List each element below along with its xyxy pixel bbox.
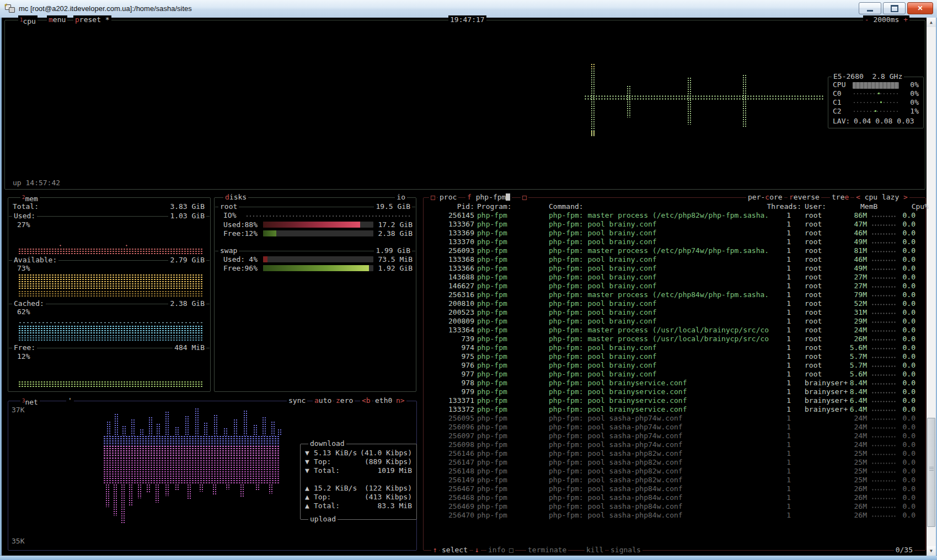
maximize-button[interactable] xyxy=(883,2,906,14)
program-cell: php-fpm xyxy=(477,264,507,273)
core2-graph xyxy=(853,110,899,112)
pid-cell: 133372 xyxy=(428,405,474,414)
per-core-toggle[interactable]: per-core xyxy=(746,193,784,202)
download-total-label: Total: xyxy=(314,466,340,475)
proc-row[interactable]: 256149php-fpmphp-fpm: pool sasha-php82w.… xyxy=(428,476,921,484)
proc-row[interactable]: 133370php-fpmphp-fpm: pool brainy.conf1r… xyxy=(428,238,921,246)
command-cell: php-fpm: pool brainy.conf xyxy=(549,299,657,308)
proc-row[interactable]: 133366php-fpmphp-fpm: pool brainy.conf1r… xyxy=(428,264,921,273)
col-user[interactable]: User: xyxy=(805,202,826,211)
core-label: C1 xyxy=(833,98,842,107)
mem-cell: 27M xyxy=(836,282,867,290)
col-mem[interactable]: MemB xyxy=(860,202,877,211)
scrollbar-grip xyxy=(929,467,934,471)
proc-row[interactable]: 256093php-fpmphp-fpm: master process (/e… xyxy=(428,246,921,255)
proc-row[interactable]: 979php-fpmphp-fpm: pool brainyservice.co… xyxy=(428,387,921,396)
proc-row[interactable]: 975php-fpmphp-fpm: pool brainy.conf1root… xyxy=(428,352,921,361)
col-command[interactable]: Command: xyxy=(549,202,583,211)
user-cell: root xyxy=(805,255,822,264)
proc-row[interactable]: 256467php-fpmphp-fpm: pool sasha-php84w.… xyxy=(428,484,921,493)
program-cell: php-fpm xyxy=(477,379,507,387)
filter-clear-button[interactable]: □ xyxy=(521,193,528,202)
select-button[interactable]: select xyxy=(440,546,469,554)
window-frame-bottom xyxy=(0,555,937,560)
download-top-value: (889 Kibps) xyxy=(365,457,412,466)
net-upload-column xyxy=(113,484,117,516)
scrollbar-up-icon[interactable]: ▲ xyxy=(927,18,936,27)
info-button[interactable]: info xyxy=(486,546,507,554)
col-cpu[interactable]: Cpu% xyxy=(893,202,929,211)
col-program[interactable]: Program: xyxy=(477,202,512,211)
net-upload-column xyxy=(146,484,150,493)
proc-row[interactable]: 256148php-fpmphp-fpm: pool sasha-php82w.… xyxy=(428,467,921,476)
proc-row[interactable]: 256468php-fpmphp-fpm: pool sasha-php84w.… xyxy=(428,493,921,502)
cpu-cell: 0.0 xyxy=(880,211,915,220)
threads-cell: 1 xyxy=(770,493,791,502)
cpu-total-value: 0% xyxy=(910,80,919,89)
kill-button[interactable]: kill xyxy=(585,546,605,554)
pid-cell: 256093 xyxy=(428,246,474,255)
col-pid[interactable]: Pid: xyxy=(428,202,474,211)
select-down-icon[interactable]: ↓ xyxy=(473,546,481,554)
proc-row[interactable]: 256145php-fpmphp-fpm: master process (/e… xyxy=(428,211,921,220)
proc-row[interactable]: 146627php-fpmphp-fpm: pool brainy.conf1r… xyxy=(428,282,921,290)
proc-row[interactable]: 976php-fpmphp-fpm: pool brainy.conf1root… xyxy=(428,361,921,370)
proc-row[interactable]: 256146php-fpmphp-fpm: pool sasha-php82w.… xyxy=(428,449,921,458)
filter-input[interactable]: f php-fpm xyxy=(465,193,512,202)
proc-row[interactable]: 256470php-fpmphp-fpm: pool sasha-php84w.… xyxy=(428,511,921,520)
threads-cell: 1 xyxy=(770,238,791,246)
download-speed-bits: (41.0 Kibps) xyxy=(360,449,412,457)
upload-arrow-icon: ▲ xyxy=(305,484,309,493)
program-cell: php-fpm xyxy=(477,511,507,520)
proc-row[interactable]: 977php-fpmphp-fpm: pool brainy.conf1root… xyxy=(428,370,921,379)
scrollbar-thumb[interactable] xyxy=(927,418,935,527)
terminal-scrollbar[interactable]: ▲ ▼ xyxy=(926,18,936,556)
disk-swap-free-meter xyxy=(263,265,373,271)
proc-row[interactable]: 256097php-fpmphp-fpm: pool sasha-php74w.… xyxy=(428,432,921,440)
proc-row[interactable]: 256095php-fpmphp-fpm: pool sasha-php74w.… xyxy=(428,414,921,423)
proc-row[interactable]: 256096php-fpmphp-fpm: pool sasha-php74w.… xyxy=(428,423,921,432)
proc-row[interactable]: 133364php-fpmphp-fpm: master process (/u… xyxy=(428,326,921,335)
net-download-column xyxy=(253,424,257,435)
proc-row[interactable]: 133372php-fpmphp-fpm: pool brainyservice… xyxy=(428,405,921,414)
pid-cell: 133370 xyxy=(428,238,474,246)
user-cell: root xyxy=(805,326,822,335)
proc-collapse-button[interactable]: □ xyxy=(429,193,437,202)
minimize-button[interactable] xyxy=(859,2,881,14)
reverse-toggle[interactable]: reverse xyxy=(788,193,821,202)
net-download-column xyxy=(175,427,179,435)
io-toggle-button[interactable]: io xyxy=(395,193,407,202)
close-button[interactable]: ✕ xyxy=(907,2,933,14)
disks-panel-title: disks xyxy=(223,193,248,202)
proc-row[interactable]: 974php-fpmphp-fpm: pool brainy.conf1root… xyxy=(428,343,921,352)
proc-row[interactable]: 256316php-fpmphp-fpm: master process (/e… xyxy=(428,290,921,299)
mem-free-graph xyxy=(18,381,202,387)
proc-row[interactable]: 256469php-fpmphp-fpm: pool sasha-php84w.… xyxy=(428,502,921,511)
signals-button[interactable]: signals xyxy=(609,546,642,554)
proc-row[interactable]: 200810php-fpmphp-fpm: pool brainy.conf1r… xyxy=(428,299,921,308)
tree-toggle[interactable]: tree xyxy=(830,193,850,202)
proc-row[interactable]: 200809php-fpmphp-fpm: pool brainy.conf1r… xyxy=(428,317,921,326)
col-threads[interactable]: Threads: xyxy=(750,202,801,211)
proc-row[interactable]: 739php-fpmphp-fpm: master process (/usr/… xyxy=(428,335,921,343)
close-icon: ✕ xyxy=(917,4,923,12)
proc-row[interactable]: 133369php-fpmphp-fpm: pool brainy.conf1r… xyxy=(428,229,921,238)
terminate-button[interactable]: terminate xyxy=(526,546,568,554)
program-cell: php-fpm xyxy=(477,282,507,290)
select-up-icon[interactable]: ↑ xyxy=(431,546,439,554)
sort-column-selector[interactable]: < cpu lazy > xyxy=(854,193,909,202)
download-title: download xyxy=(308,439,346,448)
process-panel-title: proc xyxy=(438,193,458,202)
scrollbar-down-icon[interactable]: ▼ xyxy=(927,546,936,556)
terminal: 1cpu menu preset * 19:47:17 - 2000ms + E… xyxy=(2,18,927,556)
proc-row[interactable]: 978php-fpmphp-fpm: pool brainyservice.co… xyxy=(428,379,921,387)
proc-row[interactable]: 256147php-fpmphp-fpm: pool sasha-php82w.… xyxy=(428,458,921,467)
threads-cell: 1 xyxy=(770,387,791,396)
proc-row[interactable]: 133368php-fpmphp-fpm: pool brainy.conf1r… xyxy=(428,255,921,264)
proc-row[interactable]: 200523php-fpmphp-fpm: pool brainy.conf1r… xyxy=(428,308,921,317)
proc-row[interactable]: 143688php-fpmphp-fpm: pool brainy.conf1r… xyxy=(428,273,921,282)
proc-row[interactable]: 133367php-fpmphp-fpm: pool brainy.conf1r… xyxy=(428,220,921,229)
user-cell: root xyxy=(805,220,822,229)
proc-row[interactable]: 133371php-fpmphp-fpm: pool brainyservice… xyxy=(428,396,921,405)
proc-row[interactable]: 256098php-fpmphp-fpm: pool sasha-php74w.… xyxy=(428,440,921,449)
